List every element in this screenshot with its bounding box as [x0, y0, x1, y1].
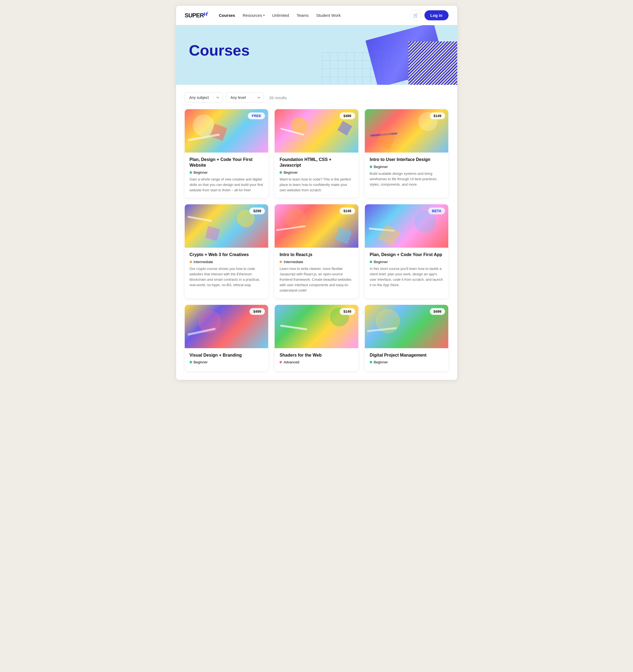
- course-image: $149: [275, 305, 358, 348]
- course-title: Plan, Design + Code Your First Website: [190, 157, 264, 168]
- course-card[interactable]: BETA Plan, Design + Code Your First App …: [365, 204, 448, 298]
- course-image: BETA: [365, 204, 448, 248]
- level-label: Intermediate: [194, 260, 213, 264]
- page-wrapper: SUPER Hi Courses Resources ▾ Unlimited T…: [176, 5, 458, 380]
- logo[interactable]: SUPER Hi: [185, 12, 208, 19]
- course-level: Intermediate: [190, 260, 264, 264]
- navbar: SUPER Hi Courses Resources ▾ Unlimited T…: [176, 6, 457, 25]
- course-image: $149: [275, 204, 358, 248]
- course-level: Beginner: [279, 170, 354, 174]
- course-card[interactable]: $149 Intro to User Interface Design Begi…: [365, 109, 448, 198]
- course-title: Plan, Design + Code Your First App: [370, 252, 444, 258]
- course-title: Shaders for the Web: [279, 353, 354, 358]
- level-dot: [190, 261, 192, 263]
- nav-student-work[interactable]: Student Work: [316, 13, 341, 18]
- level-filter[interactable]: Any level Beginner Intermediate Advanced: [226, 92, 264, 103]
- course-body: Plan, Design + Code Your First App Begin…: [365, 248, 448, 293]
- level-dot: [370, 361, 372, 363]
- course-description: Want to learn how to code? This is the p…: [279, 177, 354, 193]
- level-label: Beginner: [374, 360, 388, 364]
- course-level: Beginner: [370, 260, 444, 264]
- page-title: Courses: [189, 42, 444, 59]
- course-image: $299: [185, 204, 268, 248]
- course-description: Our crypto course shows you how to code …: [190, 266, 264, 288]
- course-body: Intro to React.js Intermediate Learn how…: [275, 248, 358, 298]
- price-badge: $149: [340, 308, 355, 315]
- course-image: FREE: [185, 109, 268, 152]
- course-card[interactable]: $499 Foundation HTML, CSS + Javascript B…: [275, 109, 358, 198]
- nav-courses[interactable]: Courses: [219, 13, 235, 18]
- login-button[interactable]: Log in: [424, 10, 448, 20]
- level-label: Beginner: [374, 260, 388, 264]
- course-level: Beginner: [370, 360, 444, 364]
- level-label: Beginner: [374, 165, 388, 169]
- course-image: $149: [365, 109, 448, 152]
- price-badge: $499: [249, 308, 265, 315]
- course-level: Beginner: [190, 170, 264, 174]
- cart-icon: 🛒: [413, 13, 418, 18]
- price-badge: $499: [340, 113, 355, 119]
- course-body: Crypto + Web 3 for Creatives Intermediat…: [185, 248, 268, 293]
- level-dot: [279, 261, 282, 263]
- course-body: Plan, Design + Code Your First Website B…: [185, 152, 268, 198]
- price-badge: $299: [249, 208, 265, 214]
- course-title: Digital Project Management: [370, 353, 444, 358]
- nav-unlimited[interactable]: Unlimited: [272, 13, 289, 18]
- course-card[interactable]: $499 Digital Project Management Beginner: [365, 305, 448, 371]
- course-body: Visual Design + Branding Beginner: [185, 348, 268, 371]
- course-title: Intro to User Interface Design: [370, 157, 444, 163]
- course-title: Intro to React.js: [279, 252, 354, 258]
- course-description: Learn how to write cleaner, more flexibl…: [279, 266, 354, 293]
- course-level: Beginner: [370, 165, 444, 169]
- price-badge: BETA: [428, 208, 445, 214]
- cart-button[interactable]: 🛒: [410, 10, 421, 21]
- courses-grid: FREE Plan, Design + Code Your First Webs…: [176, 107, 457, 380]
- nav-resources[interactable]: Resources ▾: [243, 13, 265, 18]
- course-description: Build scalable design systems and bring …: [370, 171, 444, 187]
- course-level: Beginner: [190, 360, 264, 364]
- level-label: Advanced: [284, 360, 299, 364]
- price-badge: $499: [430, 308, 445, 315]
- level-dot: [190, 361, 192, 363]
- course-image: $499: [275, 109, 358, 152]
- course-description: Gain a whole range of new creative and d…: [190, 177, 264, 193]
- course-card[interactable]: $499 Visual Design + Branding Beginner: [185, 305, 268, 371]
- course-title: Crypto + Web 3 for Creatives: [190, 252, 264, 258]
- level-dot: [279, 171, 282, 174]
- filters-bar: Any subject Design Code Business Any lev…: [176, 85, 457, 107]
- level-dot: [370, 166, 372, 168]
- price-badge: $149: [430, 113, 445, 119]
- price-badge: FREE: [248, 113, 265, 119]
- course-card[interactable]: $149 Shaders for the Web Advanced: [275, 305, 358, 371]
- level-label: Beginner: [284, 170, 298, 174]
- course-body: Foundation HTML, CSS + Javascript Beginn…: [275, 152, 358, 198]
- course-card[interactable]: FREE Plan, Design + Code Your First Webs…: [185, 109, 268, 198]
- subject-filter[interactable]: Any subject Design Code Business: [185, 92, 223, 103]
- hero-section: Courses: [176, 25, 457, 85]
- nav-actions: 🛒 Log in: [410, 10, 448, 21]
- level-dot: [279, 361, 282, 363]
- course-card[interactable]: $299 Crypto + Web 3 for Creatives Interm…: [185, 204, 268, 298]
- level-dot: [190, 171, 192, 174]
- course-title: Foundation HTML, CSS + Javascript: [279, 157, 354, 168]
- course-level: Advanced: [279, 360, 354, 364]
- price-badge: $149: [340, 208, 355, 214]
- course-body: Intro to User Interface Design Beginner …: [365, 152, 448, 192]
- nav-links: Courses Resources ▾ Unlimited Teams Stud…: [219, 13, 410, 18]
- course-image: $499: [365, 305, 448, 348]
- course-description: In this short course you'll learn how to…: [370, 266, 444, 288]
- chevron-down-icon: ▾: [263, 14, 265, 17]
- results-count: 26 results: [269, 95, 287, 100]
- level-label: Beginner: [194, 360, 208, 364]
- course-body: Shaders for the Web Advanced: [275, 348, 358, 371]
- level-label: Intermediate: [284, 260, 303, 264]
- course-title: Visual Design + Branding: [190, 353, 264, 358]
- course-level: Intermediate: [279, 260, 354, 264]
- nav-teams[interactable]: Teams: [297, 13, 309, 18]
- level-label: Beginner: [194, 170, 208, 174]
- course-image: $499: [185, 305, 268, 348]
- course-body: Digital Project Management Beginner: [365, 348, 448, 371]
- level-dot: [370, 261, 372, 263]
- course-card[interactable]: $149 Intro to React.js Intermediate Lear…: [275, 204, 358, 298]
